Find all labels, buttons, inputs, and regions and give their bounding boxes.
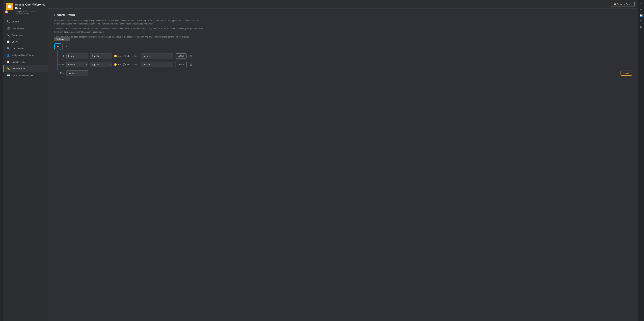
- right-panel-play-icon[interactable]: ▶: [640, 25, 642, 28]
- sidebar-app-title: Special Offer Reference Data: [15, 3, 46, 10]
- radio-false-circle-2[interactable]: [123, 63, 126, 66]
- folder-icon: 📁: [614, 3, 616, 5]
- sidebar-nav: 🔧 General 🗄️ Data Source 🔧 Connection 📄 …: [3, 17, 48, 321]
- collapse-icon: »: [1, 3, 2, 5]
- return-to-project-button[interactable]: 📁 Return to Project: [611, 2, 634, 7]
- sidebar-item-record-status[interactable]: ✏️ Record Status: [3, 65, 48, 72]
- radio-group-1: true false: [114, 55, 131, 57]
- main-content: Record Status Manage the status of the r…: [48, 8, 638, 321]
- radio-false-1[interactable]: false: [123, 55, 131, 57]
- radio-false-2[interactable]: false: [123, 63, 131, 66]
- else-label: Else: [54, 72, 64, 74]
- record-status-icon: ✏️: [6, 67, 10, 70]
- bookmark-icon: [7, 4, 12, 9]
- right-panel-grid-icon[interactable]: ⊞: [640, 19, 642, 23]
- section-title: Record Status: [54, 13, 632, 17]
- column-select-2[interactable]: deleted: [66, 62, 88, 67]
- more-button-1[interactable]: ⋮: [196, 53, 200, 58]
- right-panel-collapse-icon[interactable]: «: [640, 2, 642, 5]
- default-button-1[interactable]: Default: [175, 53, 187, 58]
- status-input-1[interactable]: [141, 53, 173, 59]
- sidebar-item-assigned-user-column[interactable]: 👤 Assigned User Column: [3, 52, 48, 59]
- more-button-2[interactable]: ⋮: [196, 62, 200, 67]
- else-default-button[interactable]: Default: [620, 70, 632, 76]
- toolbar-row: Add condition + ↻: [54, 43, 632, 50]
- operator-select-wrapper-2: Equals: [90, 62, 112, 67]
- query-icon: 📄: [6, 40, 10, 43]
- radio-false-label-1: false: [126, 55, 131, 57]
- right-panel-save-icon[interactable]: 💾: [640, 13, 643, 17]
- sidebar-header: + Special Offer Reference Data Navigate …: [3, 0, 48, 17]
- nav-label-key-columns: Key Columns: [12, 47, 24, 50]
- nav-label-assigned-user-column: Assigned User Column: [12, 54, 34, 56]
- app-icon-wrap: [6, 3, 13, 10]
- nav-label-connection: Connection: [12, 34, 23, 36]
- sidebar-item-custom-fields[interactable]: 📋 Custom Fields: [3, 59, 48, 65]
- status-input-2[interactable]: [141, 62, 173, 67]
- condition-else-if-label: Else if: [54, 63, 64, 66]
- refresh-icon: ↻: [65, 45, 67, 48]
- section-desc-1: Manage the status of the results by prov…: [54, 19, 205, 25]
- radio-true-1[interactable]: true: [114, 55, 121, 57]
- else-value: Active: [66, 70, 88, 76]
- default-button-2[interactable]: Default: [175, 62, 187, 67]
- nav-label-record-status: Record Status: [12, 67, 25, 70]
- communication-icon: ✉️: [6, 74, 10, 77]
- then-label-2: then: [134, 63, 138, 66]
- radio-false-label-2: false: [126, 63, 131, 66]
- refresh-button[interactable]: ↻: [62, 43, 69, 50]
- connection-icon: 🔧: [6, 34, 10, 37]
- condition-row-else-if: Else if deleted Equals true: [54, 62, 632, 67]
- operator-select-1[interactable]: Equals: [90, 53, 112, 59]
- nav-label-custom-fields: Custom Fields: [12, 61, 26, 63]
- condition-row-if: If Ignore Equals true: [54, 53, 632, 59]
- column-select-wrapper-1: Ignore: [66, 53, 88, 59]
- user-icon: 👤: [6, 54, 10, 57]
- radio-group-2: true false: [114, 63, 131, 66]
- sidebar-item-key-columns[interactable]: 🔍 Key Columns: [3, 45, 48, 52]
- add-icon[interactable]: +: [5, 10, 8, 13]
- nav-label-general: General: [12, 20, 19, 23]
- radio-false-circle-1[interactable]: [123, 55, 126, 57]
- key-icon: 🔍: [6, 47, 10, 50]
- delete-button-1[interactable]: 🗑: [189, 54, 193, 58]
- condition-if-label: If: [54, 55, 64, 57]
- right-panel: « ↩ 💾 ⊞ ▶: [638, 0, 644, 321]
- radio-true-label-1: true: [118, 55, 121, 57]
- return-button-label: Return to Project: [617, 3, 632, 5]
- sidebar: + Special Offer Reference Data Navigate …: [3, 0, 48, 321]
- radio-true-label-2: true: [118, 63, 121, 66]
- delete-button-2[interactable]: 🗑: [189, 62, 193, 67]
- column-select-wrapper-2: deleted: [66, 62, 88, 67]
- nav-label-query: Query: [12, 40, 18, 43]
- add-condition-button[interactable]: +: [54, 43, 61, 50]
- add-condition-wrapper: Add condition +: [54, 43, 61, 50]
- section-desc-3: The default button on each condition det…: [54, 35, 205, 38]
- wrench-icon: 🔧: [6, 20, 10, 23]
- sidebar-item-query[interactable]: 📄 Query: [3, 38, 48, 45]
- operator-select-2[interactable]: Equals: [90, 62, 112, 67]
- nav-label-communication-rules: Communication Rules: [12, 74, 33, 77]
- database-icon: 🗄️: [6, 27, 10, 30]
- else-row: Else Active Default: [54, 70, 632, 76]
- sidebar-item-communication-rules[interactable]: ✉️ Communication Rules: [3, 72, 48, 79]
- sidebar-item-general[interactable]: 🔧 General: [3, 18, 48, 25]
- sidebar-item-data-source[interactable]: 🗄️ Data Source: [3, 25, 48, 32]
- operator-select-wrapper-1: Equals: [90, 53, 112, 59]
- conditions-area: Add condition + ↻ If Ignore: [54, 43, 632, 76]
- radio-true-circle-1[interactable]: [114, 55, 117, 57]
- section-desc-2: All available options below are generate…: [54, 27, 205, 33]
- sidebar-item-connection[interactable]: 🔧 Connection: [3, 32, 48, 38]
- column-select-1[interactable]: Ignore: [66, 53, 88, 59]
- then-label-1: then: [134, 55, 138, 57]
- radio-true-circle-2[interactable]: [114, 63, 117, 66]
- right-panel-arrow-icon[interactable]: ↩: [640, 8, 642, 11]
- collapse-sidebar-bar[interactable]: »: [0, 0, 3, 321]
- main-topbar: 📁 Return to Project: [48, 0, 638, 8]
- nav-label-data-source: Data Source: [12, 27, 24, 30]
- custom-fields-icon: 📋: [6, 60, 10, 63]
- radio-true-2[interactable]: true: [114, 63, 121, 66]
- blue-connector-line: [58, 50, 58, 70]
- sidebar-title-wrap: Special Offer Reference Data Navigate to…: [15, 3, 46, 14]
- sidebar-app-subtitle: Navigate to the section that you would l…: [15, 10, 46, 14]
